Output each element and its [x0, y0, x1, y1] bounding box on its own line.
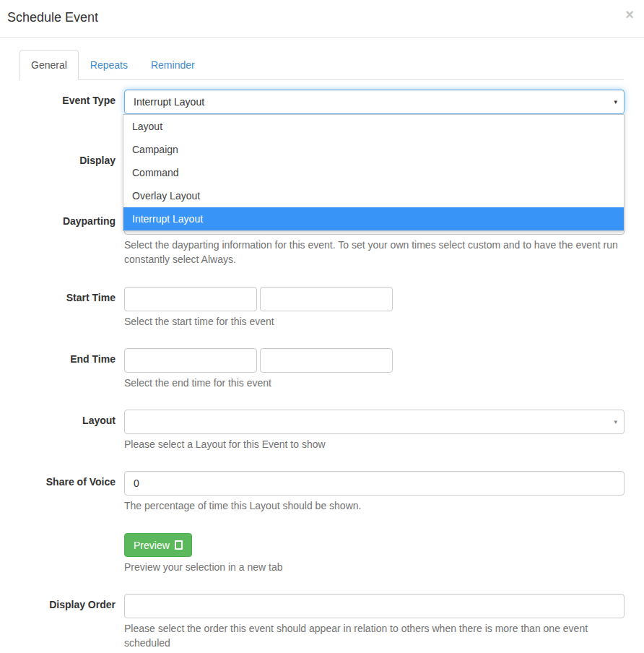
start-date-input[interactable] [124, 287, 257, 311]
caret-down-icon: ▾ [614, 419, 617, 425]
display-label: Display [19, 150, 116, 174]
event-type-row: Event Type Interrupt Layout ▾ [19, 90, 625, 114]
tab-repeats[interactable]: Repeats [79, 50, 139, 80]
end-time-row: End Time Select the end time for this ev… [19, 348, 625, 390]
layout-label: Layout [19, 410, 116, 451]
event-type-selected-value: Interrupt Layout [134, 95, 204, 109]
display-order-help: Please select the order this event shoul… [124, 621, 625, 650]
layout-select[interactable]: ▾ [124, 410, 625, 434]
preview-help: Preview your selection in a new tab [124, 560, 625, 574]
share-of-voice-label: Share of Voice [19, 471, 116, 513]
share-of-voice-help: The percentage of time this Layout shoul… [124, 498, 625, 513]
start-time-help: Select the start time for this event [124, 314, 625, 329]
dropdown-option-command[interactable]: Command [123, 161, 624, 184]
preview-row: Preview Preview your selection in a new … [19, 533, 625, 574]
event-type-select[interactable]: Interrupt Layout ▾ [124, 90, 625, 114]
layout-help: Please select a Layout for this Event to… [124, 437, 625, 451]
tab-reminder[interactable]: Reminder [139, 50, 206, 80]
start-time-label: Start Time [19, 287, 116, 329]
tabs-nav: General Repeats Reminder [19, 50, 624, 80]
end-time-help: Select the end time for this event [124, 376, 625, 390]
dropdown-option-interrupt-layout[interactable]: Interrupt Layout [123, 207, 624, 230]
end-time-label: End Time [19, 348, 116, 390]
modal-header: Schedule Event × [0, 0, 644, 38]
dropdown-option-layout[interactable]: Layout [123, 115, 624, 138]
dropdown-option-campaign[interactable]: Campaign [123, 138, 624, 161]
display-order-row: Display Order Please select the order th… [19, 594, 625, 650]
close-icon[interactable]: × [622, 6, 637, 23]
start-time-row: Start Time Select the start time for thi… [19, 287, 625, 329]
share-of-voice-input[interactable] [124, 471, 625, 496]
tab-general[interactable]: General [19, 50, 79, 80]
caret-down-icon: ▾ [614, 99, 617, 105]
layout-row: Layout ▾ Please select a Layout for this… [19, 410, 625, 451]
preview-button-label: Preview [134, 538, 170, 553]
display-order-label: Display Order [19, 594, 116, 650]
dayparting-label: Dayparting [19, 210, 116, 267]
end-date-input[interactable] [124, 348, 257, 373]
dayparting-help: Select the dayparting information for th… [124, 238, 625, 267]
event-type-label: Event Type [19, 90, 116, 114]
preview-button[interactable]: Preview [124, 533, 192, 557]
modal-title: Schedule Event [7, 10, 98, 25]
event-type-dropdown: Layout Campaign Command Overlay Layout I… [123, 114, 625, 231]
share-of-voice-row: Share of Voice The percentage of time th… [19, 471, 625, 513]
start-time-input[interactable] [260, 287, 393, 311]
end-time-input[interactable] [260, 348, 393, 373]
schedule-event-modal: Schedule Event × General Repeats Reminde… [0, 0, 644, 650]
new-window-icon [175, 540, 183, 550]
display-order-input[interactable] [124, 594, 625, 618]
dropdown-option-overlay-layout[interactable]: Overlay Layout [123, 184, 624, 207]
